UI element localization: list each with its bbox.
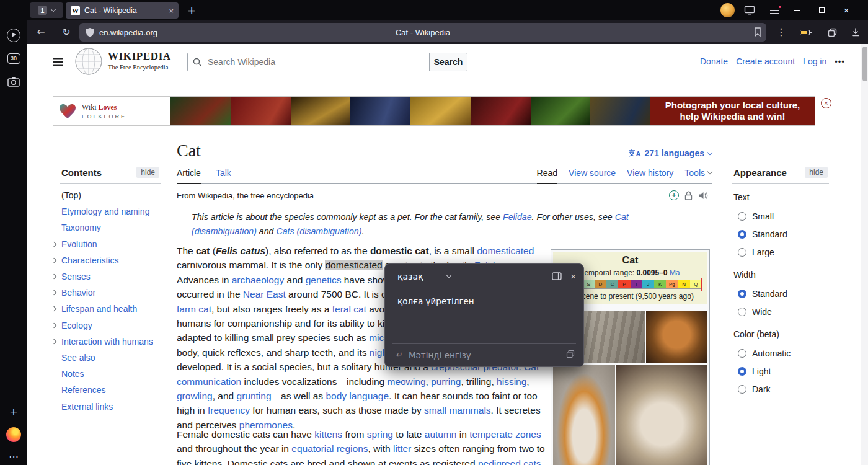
tab-pickup-button[interactable] [823,24,841,41]
toc-item[interactable]: Ecology [60,317,161,334]
wiki-link[interactable]: frequency [208,405,250,415]
wiki-link[interactable]: Ma [670,268,680,277]
wiki-link[interactable]: feral cat [332,304,366,314]
toc-item-top[interactable]: (Top) [60,187,161,203]
timer-extension-button[interactable]: 30 [0,49,27,68]
tab-close-button[interactable]: × [169,7,174,15]
radio-selected-icon[interactable] [738,367,746,376]
width-option-wide[interactable]: Wide [732,303,829,321]
wiki-link[interactable]: body language [326,391,389,401]
toc-item[interactable]: Etymology and naming [60,203,161,219]
wiki-link[interactable]: autumn [425,429,457,440]
wiki-link[interactable]: archaeology [232,275,284,285]
width-option-standard[interactable]: Standard [732,285,829,303]
wiki-loves-folklore-banner[interactable]: Wiki Loves FOLKLORE Photograph your loca… [53,96,815,126]
wiki-link[interactable]: equatorial regions [291,443,368,454]
search-button[interactable]: Search [429,53,467,71]
text-size-option-large[interactable]: Large [732,243,829,261]
wiki-link[interactable]: farm cat [177,304,211,314]
languages-button[interactable]: A 271 languages [585,148,712,158]
wiki-link[interactable]: Near East [243,289,286,299]
good-article-icon[interactable]: + [669,190,679,200]
toc-item[interactable]: External links [60,398,161,414]
rail-add-button[interactable]: + [0,403,27,422]
app-menu-button[interactable] [764,2,784,19]
scrollbar-thumb[interactable] [862,46,867,81]
maximize-button[interactable] [809,0,834,20]
page-scrollbar[interactable] [861,44,868,465]
wiki-link[interactable]: spring [367,429,393,440]
wiki-link[interactable]: purring [431,376,461,387]
wiki-link[interactable]: domesticated [477,246,534,256]
wiki-link[interactable]: Cats (disambiguation) [276,226,361,236]
tracking-protection-shield-icon[interactable] [86,27,94,37]
toc-item[interactable]: Interaction with humans [60,334,161,350]
wikipedia-wordmark[interactable]: WIKIPEDIA The Free Encyclopedia [108,50,171,71]
active-tab[interactable]: W Cat - Wikipedia × [66,2,179,19]
wiki-link[interactable]: grunting [237,391,272,401]
window-close-button[interactable]: × [834,0,859,20]
chevron-right-icon[interactable] [51,290,56,295]
profile-avatar[interactable] [720,3,735,17]
appearance-hide-button[interactable]: hide [805,167,828,178]
translation-input[interactable]: Мәтінді енгізу [409,350,560,360]
cat-photo-orange[interactable] [646,311,707,363]
url-bar[interactable]: en.wikipedia.org Cat - Wikipedia [79,23,766,42]
view-source[interactable]: View source [569,168,616,183]
text-size-option-standard[interactable]: Standard [732,225,829,243]
toc-item[interactable]: Behavior [60,285,161,301]
toc-item[interactable]: Taxonomy [60,219,161,236]
screenshot-button[interactable] [0,72,27,91]
view-read[interactable]: Read [537,168,557,184]
create-account-link[interactable]: Create account [736,56,795,66]
chevron-right-icon[interactable] [51,306,56,311]
wiki-link[interactable]: Felidae [503,212,532,222]
radio-icon[interactable] [738,248,746,257]
banner-close-button[interactable]: × [821,98,831,108]
wiki-link[interactable]: genetics [306,275,342,285]
main-menu-button[interactable] [49,53,66,71]
radio-selected-icon[interactable] [738,230,746,239]
search-input[interactable] [187,53,429,71]
tools-menu[interactable]: Tools [684,168,712,183]
bookmark-button[interactable] [754,27,761,38]
tab-article[interactable]: Article [177,168,201,184]
expand-copy-button[interactable] [566,350,575,360]
send-to-device-button[interactable] [740,2,760,19]
chevron-right-icon[interactable] [51,339,56,343]
wikipedia-logo[interactable] [74,47,103,78]
protection-lock-icon[interactable] [684,191,693,200]
dock-panel-button[interactable] [552,272,562,280]
popup-close-button[interactable]: × [570,271,576,281]
wiki-link[interactable]: growling [177,391,213,401]
cat-photo-siamese[interactable] [616,365,707,465]
cat-photo-ginger-white[interactable] [553,365,615,465]
toc-item[interactable]: Evolution [60,236,161,252]
color-option-light[interactable]: Light [732,362,829,380]
reload-button[interactable]: ↻ [58,24,75,41]
language-selector[interactable]: қазақ [397,272,451,281]
tab-talk[interactable]: Talk [216,168,231,183]
wiki-link[interactable]: temperate zones [469,429,541,440]
color-option-automatic[interactable]: Automatic [732,344,829,362]
page-actions-button[interactable]: ⋮ [773,24,790,41]
wiki-link[interactable]: litter [393,443,411,454]
radio-icon[interactable] [738,308,746,316]
workspace-button[interactable]: 1 [30,2,63,18]
donate-link[interactable]: Donate [700,56,728,66]
toc-item[interactable]: Lifespan and health [60,301,161,317]
color-option-dark[interactable]: Dark [732,380,829,398]
user-menu-dots[interactable]: ••• [835,57,845,66]
downloads-button[interactable] [847,24,864,41]
log-in-link[interactable]: Log in [803,56,826,66]
radio-icon[interactable] [738,212,746,221]
view-history[interactable]: View history [627,168,673,183]
wiki-link[interactable]: hissing [497,376,526,387]
wiki-link[interactable]: small mammals [424,405,491,415]
wiki-link[interactable]: kittens [314,429,342,440]
listen-speaker-icon[interactable] [698,192,708,200]
toc-item[interactable]: Characteristics [60,252,161,268]
banner-message[interactable]: Photograph your local culture, help Wiki… [650,97,815,125]
media-controls-button[interactable] [0,26,27,45]
wiki-link[interactable]: pedigreed cats [478,458,541,465]
